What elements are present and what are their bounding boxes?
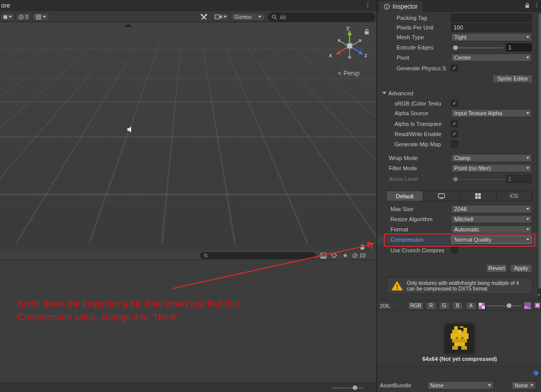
mipmap-icon[interactable]	[535, 303, 540, 308]
search-by-type-icon[interactable]	[320, 252, 327, 259]
zoom-slider-track[interactable]	[332, 387, 363, 388]
generate-physics-checkbox[interactable]: ✓	[451, 65, 458, 71]
extrude-edges-label: Extrude Edges	[397, 44, 433, 50]
preview-area: 64x64 (Not yet compressed)	[377, 311, 541, 366]
format-dropdown[interactable]: Automatic	[451, 225, 532, 233]
pixels-per-unit-row: Pixels Per Unit 100	[377, 23, 538, 33]
grid-icon	[36, 14, 41, 20]
assetbundle-label: AssetBundle	[380, 382, 411, 388]
kebab-menu-icon[interactable]: ⋮	[364, 2, 371, 8]
r-channel-button[interactable]: R	[426, 302, 436, 310]
filter-mode-dropdown[interactable]: Point (no filter)	[451, 164, 532, 172]
resize-algorithm-dropdown[interactable]: Mitchell	[451, 215, 532, 223]
axis-z-label: z	[364, 52, 367, 58]
slider-knob[interactable]	[453, 45, 458, 50]
inspector-scrollbar[interactable]: ▾	[538, 12, 541, 299]
axis-x-label: x	[329, 52, 332, 58]
mip-maps-checkbox[interactable]	[451, 141, 458, 147]
project-hidden-count[interactable]: 10	[352, 252, 365, 258]
alpha-transparency-checkbox[interactable]: ✓	[451, 120, 458, 127]
windows-icon	[475, 193, 481, 199]
alpha-transparency-label: Alpha Is Transpare	[395, 121, 441, 127]
scene-grid	[0, 22, 376, 44]
preview-zoom-track[interactable]	[487, 305, 521, 306]
scrollbar-thumb[interactable]	[538, 13, 541, 289]
rgb-label: RGB	[410, 303, 422, 308]
kebab-menu-icon[interactable]: ⋮	[368, 244, 375, 250]
tab-platform-default[interactable]: Default	[387, 191, 423, 201]
apply-button[interactable]: Apply	[510, 264, 532, 273]
warning-icon	[391, 280, 403, 291]
g-channel-button[interactable]: G	[439, 302, 450, 310]
scroll-down-icon[interactable]: ▾	[538, 293, 540, 297]
search-by-label-icon[interactable]	[331, 252, 337, 259]
srgb-checkbox[interactable]: ✓	[451, 100, 458, 107]
scene-view[interactable]: y x z < Persp	[0, 22, 376, 243]
check-icon: ✓	[452, 65, 456, 71]
kebab-menu-icon[interactable]: ⋮	[533, 2, 540, 8]
pivot-dropdown[interactable]: Center	[451, 54, 532, 62]
tab-platform-ios[interactable]: iOS	[497, 191, 532, 201]
assetbundle-variant-dropdown[interactable]: None	[511, 381, 536, 389]
format-value: Automatic	[452, 226, 526, 232]
max-size-dropdown[interactable]: 2048	[451, 205, 532, 213]
packing-tag-field[interactable]	[451, 14, 532, 22]
ios-tab-label: iOS	[510, 193, 519, 199]
tools-icon[interactable]	[200, 13, 208, 21]
persp-toggle[interactable]: < Persp	[338, 70, 359, 77]
chevron-down-icon	[224, 16, 227, 18]
use-crunch-checkbox[interactable]	[451, 247, 458, 253]
zoom-slider-knob[interactable]	[353, 385, 357, 390]
move-tool-icon	[124, 22, 132, 28]
mesh-type-value: Tight	[452, 34, 526, 40]
gizmos-dropdown[interactable]: Gizmos	[231, 13, 265, 21]
extrude-edges-row: Extrude Edges 1	[377, 43, 538, 53]
compression-label: Compression	[390, 237, 424, 243]
camera-settings-button[interactable]	[212, 13, 229, 21]
color-checker-icon[interactable]	[479, 303, 485, 309]
tab-platform-standalone[interactable]	[423, 191, 460, 201]
channels-icon[interactable]	[524, 302, 531, 309]
alpha-source-dropdown[interactable]: Input Texture Alpha	[451, 109, 532, 117]
read-write-checkbox[interactable]: ✓	[451, 130, 458, 137]
wrap-mode-dropdown[interactable]: Clamp	[451, 154, 532, 162]
sprite-editor-button[interactable]: Sprite Editor	[493, 74, 533, 83]
project-search-input[interactable]	[200, 252, 316, 259]
hidden-objects-button[interactable]: 0	[16, 13, 31, 21]
use-crunch-row: Use Crunch Compres	[377, 246, 538, 255]
project-header: ⋮	[0, 243, 376, 251]
alpha-source-value: Input Texture Alpha	[452, 110, 526, 116]
a-channel-button[interactable]: A	[465, 302, 476, 310]
lock-icon[interactable]	[364, 29, 370, 35]
warning-box: Only textures with width/height being mu…	[386, 277, 532, 294]
extrude-edges-field[interactable]: 1	[506, 43, 532, 51]
preview-zoom-knob[interactable]	[507, 303, 511, 308]
b-label: B	[456, 303, 459, 308]
speaker-icon[interactable]	[127, 126, 134, 133]
render-mode-button[interactable]	[1, 13, 14, 21]
lock-icon[interactable]	[525, 3, 530, 9]
warning-text: Only textures with width/height being mu…	[407, 280, 528, 292]
lock-icon[interactable]	[360, 244, 365, 250]
persp-label: Persp	[343, 70, 359, 77]
star-icon[interactable]: ★	[342, 252, 348, 259]
tag-icon[interactable]	[533, 370, 539, 377]
b-channel-button[interactable]: B	[452, 302, 463, 310]
pixels-per-unit-value: 100	[454, 24, 463, 31]
r-label: R	[429, 303, 433, 308]
revert-button[interactable]: Revert	[486, 264, 507, 273]
grid-settings-button[interactable]	[32, 13, 50, 21]
extrude-edges-slider[interactable]	[452, 47, 503, 48]
tab-inspector[interactable]: Inspector	[379, 1, 423, 12]
compression-dropdown[interactable]: Normal Quality	[451, 236, 532, 244]
scene-search-input[interactable]: All	[267, 13, 375, 21]
mesh-type-row: Mesh Type Tight	[377, 33, 538, 42]
rgb-button[interactable]: RGB	[408, 302, 424, 310]
tab-platform-windows[interactable]	[460, 191, 497, 201]
assetbundle-d ropdown[interactable]: None	[427, 381, 494, 389]
a-label: A	[469, 303, 473, 308]
unity-editor-window: ore ⋮ 0 Gizmos All	[0, 0, 541, 392]
mesh-type-dropdown[interactable]: Tight	[451, 33, 532, 41]
advanced-foldout[interactable]: Advanced	[377, 89, 538, 98]
pixels-per-unit-field[interactable]: 100	[451, 23, 532, 32]
